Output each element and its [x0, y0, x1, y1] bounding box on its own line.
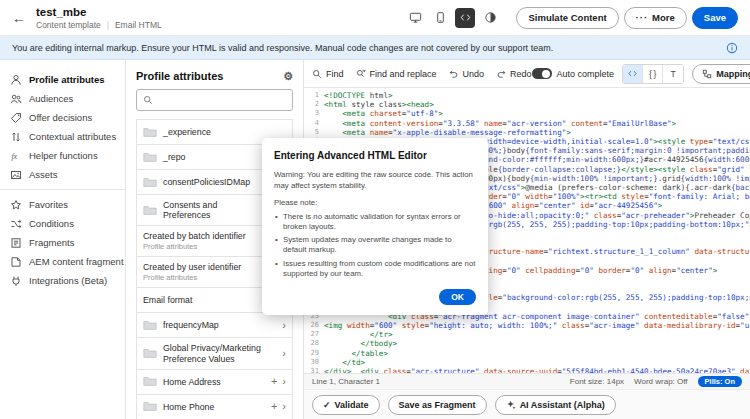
page-title: test_mbe — [36, 6, 162, 18]
integrations-icon — [10, 275, 22, 287]
svg-text:fx: fx — [11, 152, 17, 161]
code-line-28[interactable]: 28 </tbody> — [304, 339, 750, 348]
code-line-3[interactable]: 3 <meta charset="utf-8"> — [304, 109, 750, 118]
attr-label: Email format — [143, 295, 258, 305]
chevron-right-icon[interactable]: › — [282, 320, 286, 331]
word-wrap-status[interactable]: Word wrap: Off — [634, 377, 688, 386]
search-input[interactable] — [158, 95, 286, 105]
folder-icon — [143, 152, 157, 163]
banner-text: You are editing internal markup. Ensure … — [12, 43, 553, 53]
code-line-1[interactable]: 1<!DOCTYPE html> — [304, 91, 750, 100]
pills-status-badge[interactable]: Pills: On — [698, 376, 742, 387]
search-icon — [312, 69, 322, 79]
mapping-icon — [702, 69, 712, 79]
find-button[interactable]: Find — [312, 69, 344, 79]
code-view-icon[interactable] — [455, 8, 475, 28]
panel-title: Profile attributes — [136, 70, 223, 82]
attr-label: frequencyMap — [163, 320, 276, 330]
back-button[interactable]: ← — [12, 11, 26, 25]
attr-item-home-phone[interactable]: Home Phone+› — [136, 394, 293, 419]
sidebar-item-offer-decisions[interactable]: Offer decisions — [0, 108, 125, 127]
text-mode-button[interactable]: T — [663, 65, 683, 83]
redo-button[interactable]: Redo — [496, 69, 532, 79]
sidebar-item-aem-content-fragment[interactable]: AEM content fragment — [0, 252, 125, 271]
attr-label: Consents and Preferences — [163, 200, 265, 220]
attr-label: Global Privacy/Marketing Preference Valu… — [163, 343, 276, 363]
folder-icon — [143, 127, 157, 138]
person-icon — [10, 74, 22, 86]
desktop-preview-icon[interactable] — [405, 8, 425, 28]
assets-icon — [10, 169, 22, 181]
breadcrumb-separator: | — [107, 20, 109, 30]
code-line-4[interactable]: 4 <meta content-version="3.3.58" name="a… — [304, 119, 750, 128]
line-number: 1 — [304, 91, 324, 100]
sidebar-item-label: Integrations (Beta) — [29, 275, 107, 286]
undo-button[interactable]: Undo — [449, 69, 485, 79]
modal-bullet-list: There is no automatic validation for syn… — [274, 212, 476, 279]
sidebar-item-conditions[interactable]: Conditions — [0, 214, 125, 233]
simulate-content-button[interactable]: Simulate Content — [516, 7, 618, 29]
sidebar-item-integrations-beta[interactable]: Integrations (Beta) — [0, 271, 125, 290]
chevron-right-icon[interactable]: › — [282, 401, 286, 412]
breadcrumb-email-html[interactable]: Email HTML — [115, 20, 162, 30]
validate-button[interactable]: ✓Validate — [312, 395, 380, 415]
sidebar-item-assets[interactable]: Assets — [0, 165, 125, 184]
ai-assistant-button[interactable]: AI Assistant (Alpha) — [495, 395, 616, 415]
code-line-26[interactable]: 26<img width="600" style="height: auto; … — [304, 321, 750, 330]
add-icon[interactable]: + — [271, 401, 277, 412]
sparkle-icon — [506, 400, 516, 410]
add-icon[interactable]: + — [271, 376, 277, 387]
settings-gear-icon[interactable]: ⚙ — [283, 71, 293, 82]
attr-item-global-privacy-marketing-preference-values[interactable]: Global Privacy/Marketing Preference Valu… — [136, 337, 293, 369]
save-as-fragment-button[interactable]: Save as Fragment — [388, 395, 487, 415]
line-number: 30 — [304, 358, 324, 367]
auto-complete-toggle[interactable]: Auto complete — [532, 68, 615, 79]
font-size-status[interactable]: Font size: 14px — [570, 377, 624, 386]
ok-button[interactable]: OK — [439, 289, 476, 305]
sidebar-item-helper-functions[interactable]: fxHelper functions — [0, 146, 125, 165]
code-line-2[interactable]: 2<html style class><head> — [304, 100, 750, 109]
app-root: ← test_mbe Content template | Email HTML… — [0, 0, 750, 419]
sidebar-item-label: Profile attributes — [29, 74, 105, 85]
code-text: </table> — [324, 349, 388, 358]
theme-contrast-icon[interactable] — [480, 8, 500, 28]
attr-item-frequencymap[interactable]: frequencyMap› — [136, 312, 293, 338]
code-text: </tr> — [324, 330, 393, 339]
find-replace-button[interactable]: Find and replace — [356, 69, 437, 79]
offer-icon — [10, 112, 22, 124]
code-icon — [627, 68, 638, 79]
save-button[interactable]: Save — [692, 7, 738, 29]
sidebar-item-fragments[interactable]: Fragments — [0, 233, 125, 252]
sidebar-item-label: AEM content fragment — [29, 256, 124, 267]
check-icon: ✓ — [323, 400, 331, 410]
modal-bullet: Issues resulting from custom code modifi… — [274, 259, 476, 279]
sidebar-item-profile-attributes[interactable]: Profile attributes — [0, 70, 125, 89]
attr-label: Home Address — [163, 377, 265, 387]
mapping-mode-button[interactable]: Mapping Mode — [692, 64, 750, 84]
toggle-on-icon — [532, 68, 552, 79]
chevron-right-icon[interactable]: › — [282, 376, 286, 387]
braces-mode-button[interactable]: { } — [643, 65, 663, 83]
folder-icon — [143, 401, 157, 412]
find-replace-icon — [356, 69, 366, 79]
code-line-27[interactable]: 27 </tr> — [304, 330, 750, 339]
editor-status-bar: Line 1, Character 1 Font size: 14px Word… — [304, 373, 750, 389]
chevron-right-icon[interactable]: › — [282, 348, 286, 359]
attr-label: Created by batch identifier — [143, 231, 258, 241]
sidebar-item-audiences[interactable]: Audiences — [0, 89, 125, 108]
code-line-5[interactable]: 5 <meta name="x-apple-disable-message-re… — [304, 128, 750, 137]
more-button[interactable]: ···More — [624, 7, 687, 29]
search-box[interactable] — [136, 89, 293, 111]
attr-item-home-address[interactable]: Home Address+› — [136, 369, 293, 395]
code-line-29[interactable]: 29 </table> — [304, 349, 750, 358]
sidebar-item-contextual-attributes[interactable]: Contextual attributes — [0, 127, 125, 146]
code-line-30[interactable]: 30 </td> — [304, 358, 750, 367]
sidebar-item-favorites[interactable]: Favorites — [0, 195, 125, 214]
breadcrumb-content-template[interactable]: Content template — [36, 20, 101, 30]
code-mode-button[interactable] — [623, 65, 643, 83]
mobile-preview-icon[interactable] — [430, 8, 450, 28]
info-icon[interactable] — [726, 42, 738, 54]
cursor-position: Line 1, Character 1 — [312, 377, 380, 386]
code-text: </tbody> — [324, 339, 397, 348]
star-icon — [10, 199, 22, 211]
